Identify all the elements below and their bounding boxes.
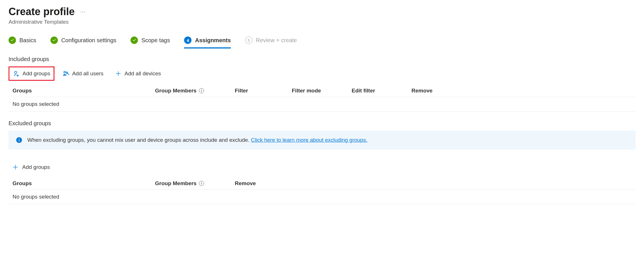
excluded-groups-label: Excluded groups [9, 120, 635, 127]
col-edit-filter: Edit filter [352, 88, 411, 94]
check-icon [50, 37, 58, 44]
step-scope-tags[interactable]: Scope tags [131, 37, 170, 47]
step-label: Review + create [256, 37, 297, 44]
button-label: Add groups [23, 70, 50, 77]
add-all-users-button[interactable]: Add all users [59, 67, 107, 80]
table-empty-row: No groups selected [9, 190, 635, 204]
button-label: Add groups [22, 164, 50, 170]
step-number-icon: 5 [245, 37, 252, 44]
col-group-members: Group Members i [155, 180, 235, 187]
step-basics[interactable]: Basics [9, 37, 36, 47]
included-actions: Add groups Add all users Add all devices [9, 66, 635, 81]
col-groups: Groups [13, 88, 155, 94]
banner-text: When excluding groups, you cannot mix us… [27, 137, 367, 143]
svg-rect-3 [19, 139, 19, 141]
step-config-settings[interactable]: Configuration settings [50, 37, 116, 47]
plus-icon [12, 164, 19, 171]
plus-icon [115, 70, 122, 77]
add-groups-button[interactable]: Add groups [9, 66, 54, 81]
step-number-icon: 4 [184, 37, 191, 44]
table-header: Groups Group Members i Filter Filter mod… [9, 85, 635, 97]
wizard-steps: Basics Configuration settings Scope tags… [9, 37, 635, 47]
info-icon[interactable]: i [199, 181, 204, 186]
excluded-groups-table: Groups Group Members i Remove No groups … [9, 177, 635, 204]
step-assignments[interactable]: 4 Assignments [184, 37, 231, 48]
check-icon [9, 37, 16, 44]
col-filter: Filter [235, 88, 292, 94]
step-review-create[interactable]: 5 Review + create [245, 37, 297, 47]
table-empty-row: No groups selected [9, 97, 635, 112]
empty-text: No groups selected [13, 194, 59, 200]
col-groups: Groups [13, 180, 155, 187]
table-header: Groups Group Members i Remove [9, 177, 635, 190]
info-icon [16, 137, 22, 143]
svg-point-4 [19, 138, 19, 139]
step-label: Assignments [195, 37, 231, 44]
page-title: Create profile [9, 6, 75, 18]
info-banner: When excluding groups, you cannot mix us… [9, 131, 635, 149]
col-group-members: Group Members i [155, 88, 235, 94]
col-remove: Remove [411, 88, 440, 94]
empty-text: No groups selected [13, 101, 59, 107]
col-filter-mode: Filter mode [292, 88, 352, 94]
button-label: Add all users [72, 70, 103, 77]
step-label: Basics [19, 37, 36, 44]
col-remove: Remove [235, 180, 263, 187]
person-add-icon [13, 70, 20, 77]
add-groups-excluded-button[interactable]: Add groups [9, 161, 53, 173]
add-all-devices-button[interactable]: Add all devices [111, 67, 164, 80]
people-icon [62, 70, 69, 77]
info-icon[interactable]: i [199, 88, 204, 93]
button-label: Add all devices [125, 70, 161, 77]
check-icon [131, 37, 138, 44]
step-label: Configuration settings [61, 37, 116, 44]
included-groups-table: Groups Group Members i Filter Filter mod… [9, 85, 635, 112]
learn-more-link[interactable]: Click here to learn more about excluding… [251, 137, 368, 143]
included-groups-label: Included groups [9, 56, 635, 62]
page-subtitle: Administrative Templates [9, 19, 635, 25]
step-label: Scope tags [141, 37, 170, 44]
more-icon[interactable]: ··· [80, 9, 85, 15]
